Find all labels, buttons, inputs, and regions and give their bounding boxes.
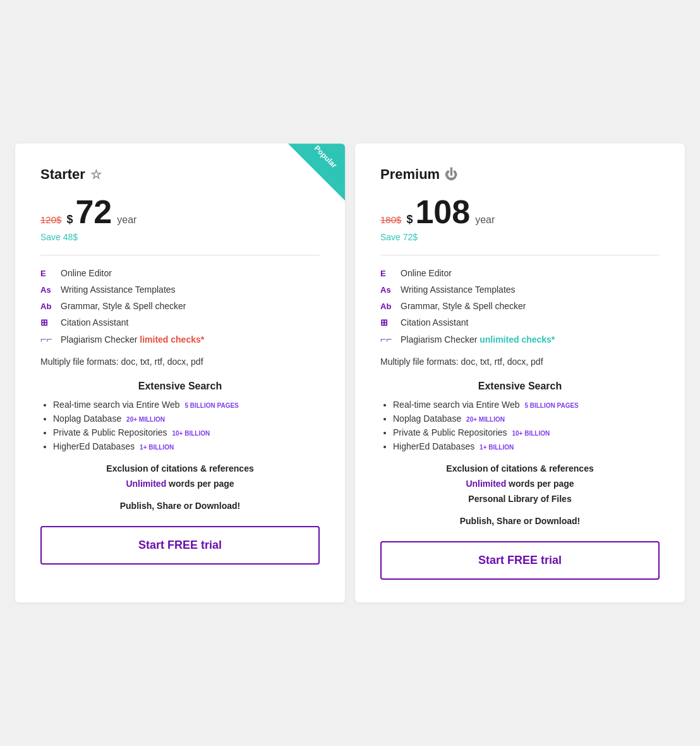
premium-power-icon: ⏻ (445, 168, 457, 182)
badge: 20+ MILLION (126, 416, 165, 423)
list-item: As Writing Assistance Templates (40, 284, 320, 295)
list-item: E Online Editor (380, 268, 660, 278)
editor-icon: E (380, 269, 394, 278)
premium-original-price: 180$ (380, 214, 401, 225)
feature-text: Grammar, Style & Spell checker (61, 301, 186, 311)
citation-icon: ⊞ (40, 317, 54, 327)
list-item: Real-time search via Entire Web 5 BILLIO… (393, 400, 660, 410)
feature-text: Writing Assistance Templates (61, 284, 176, 295)
badge: 20+ MILLION (466, 416, 505, 423)
badge: 1+ BILLION (480, 444, 514, 451)
badge: 1+ BILLION (140, 444, 174, 451)
badge: 5 BILLION PAGES (184, 402, 238, 409)
plagiarism-icon: ⌐⌐ (40, 334, 54, 345)
premium-search-list: Real-time search via Entire Web 5 BILLIO… (380, 400, 660, 451)
premium-price-area: 180$ $ 108 year Save 72$ (380, 195, 660, 242)
starter-plan-card: Popular Starter ☆ 120$ $ 72 year Save 48… (15, 144, 345, 602)
feature-text: Plagiarism Checker limited checks* (61, 334, 204, 345)
grammar-icon: Ab (380, 302, 394, 311)
starter-publish-text: Publish, Share or Download! (40, 501, 320, 511)
premium-currency: $ (406, 214, 413, 225)
premium-formats-text: Multiply file formats: doc, txt, rtf, do… (380, 357, 660, 367)
premium-plan-title: Premium ⏻ (380, 166, 660, 183)
badge: 10+ BILLION (512, 430, 550, 437)
starter-save-text: Save 48$ (40, 232, 320, 242)
starter-plan-title: Starter ☆ (40, 166, 320, 183)
starter-features-list: E Online Editor As Writing Assistance Te… (40, 268, 320, 345)
starter-formats-text: Multiply file formats: doc, txt, rtf, do… (40, 357, 320, 367)
unlimited-word: Unlimited (126, 479, 166, 489)
starter-star-icon: ☆ (90, 167, 102, 182)
premium-title-text: Premium (380, 166, 440, 183)
list-item: Private & Public Repositories 10+ BILLIO… (53, 427, 320, 437)
feature-text: Writing Assistance Templates (401, 284, 516, 295)
starter-price-row: 120$ $ 72 year (40, 195, 320, 228)
premium-price-period: year (475, 214, 495, 226)
badge: 10+ BILLION (172, 430, 210, 437)
starter-price-period: year (117, 214, 136, 226)
list-item: ⌐⌐ Plagiarism Checker limited checks* (40, 334, 320, 345)
starter-exclusion-text: Exclusion of citations & references Unli… (40, 462, 320, 492)
editor-icon: E (40, 269, 54, 278)
grammar-icon: Ab (40, 302, 54, 311)
starter-price-area: 120$ $ 72 year Save 48$ (40, 195, 320, 242)
assist-icon: As (380, 285, 394, 295)
list-item: ⊞ Citation Assistant (380, 317, 660, 327)
starter-search-title: Extensive Search (40, 381, 320, 392)
assist-icon: As (40, 285, 54, 295)
popular-label: Popular (313, 144, 339, 170)
feature-text: Online Editor (401, 268, 452, 278)
list-item: HigherEd Databases 1+ BILLION (393, 441, 660, 451)
feature-text: Grammar, Style & Spell checker (401, 301, 526, 311)
feature-text: Plagiarism Checker unlimited checks* (401, 334, 555, 345)
premium-cta-button[interactable]: Start FREE trial (380, 541, 660, 580)
premium-publish-text: Publish, Share or Download! (380, 516, 660, 526)
starter-currency: $ (66, 214, 73, 225)
starter-title-text: Starter (40, 166, 85, 183)
list-item: As Writing Assistance Templates (380, 284, 660, 295)
list-item: Private & Public Repositories 10+ BILLIO… (393, 427, 660, 437)
starter-search-list: Real-time search via Entire Web 5 BILLIO… (40, 400, 320, 451)
unlimited-word: Unlimited (466, 479, 506, 489)
premium-divider (380, 255, 660, 255)
personal-library-text: Personal Library of Files (468, 494, 571, 504)
premium-search-title: Extensive Search (380, 381, 660, 392)
premium-exclusion-text: Exclusion of citations & references Unli… (380, 462, 660, 506)
citation-icon: ⊞ (380, 317, 394, 327)
list-item: Ab Grammar, Style & Spell checker (380, 301, 660, 311)
list-item: Noplag Database 20+ MILLION (53, 413, 320, 424)
badge: 5 BILLION PAGES (524, 402, 578, 409)
starter-price-main: 72 (75, 195, 112, 228)
feature-text: Online Editor (61, 268, 112, 278)
starter-checks-badge: limited checks* (140, 334, 204, 345)
premium-price-row: 180$ $ 108 year (380, 195, 660, 228)
starter-cta-button[interactable]: Start FREE trial (40, 526, 320, 565)
starter-original-price: 120$ (40, 214, 61, 225)
list-item: E Online Editor (40, 268, 320, 278)
list-item: ⊞ Citation Assistant (40, 317, 320, 327)
starter-divider (40, 255, 320, 255)
list-item: Real-time search via Entire Web 5 BILLIO… (53, 400, 320, 410)
list-item: Ab Grammar, Style & Spell checker (40, 301, 320, 311)
premium-checks-badge: unlimited checks* (480, 334, 555, 345)
feature-text: Citation Assistant (401, 317, 468, 327)
list-item: HigherEd Databases 1+ BILLION (53, 441, 320, 451)
feature-text: Citation Assistant (61, 317, 128, 327)
premium-plan-card: Premium ⏻ 180$ $ 108 year Save 72$ E Onl… (355, 144, 685, 602)
premium-save-text: Save 72$ (380, 232, 660, 242)
pricing-container: Popular Starter ☆ 120$ $ 72 year Save 48… (15, 144, 685, 602)
premium-price-main: 108 (415, 195, 470, 228)
list-item: Noplag Database 20+ MILLION (393, 413, 660, 424)
plagiarism-icon: ⌐⌐ (380, 334, 394, 345)
premium-features-list: E Online Editor As Writing Assistance Te… (380, 268, 660, 345)
list-item: ⌐⌐ Plagiarism Checker unlimited checks* (380, 334, 660, 345)
